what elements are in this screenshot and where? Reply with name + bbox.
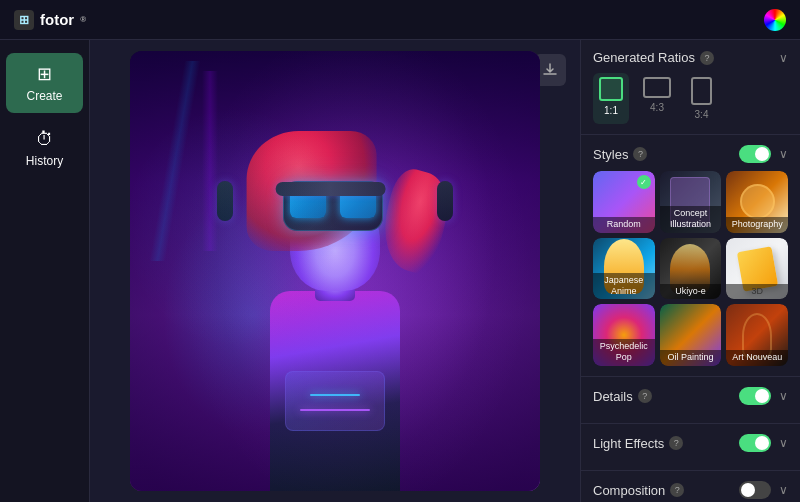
color-wheel-icon[interactable]: [764, 9, 786, 31]
sidebar-item-create[interactable]: ⊞ Create: [6, 53, 83, 113]
style-label-ukiyo: Ukiyo-e: [660, 284, 722, 300]
light-effects-title: Light Effects ?: [593, 436, 683, 451]
sidebar-item-history[interactable]: ⏱ History: [6, 119, 83, 178]
ratio-buttons: 1:1 4:3 3:4: [593, 73, 788, 124]
section-generated-ratios-header: Generated Ratios ? ∨: [593, 50, 788, 65]
composition-header-right: ∨: [739, 481, 788, 499]
composition-toggle[interactable]: [739, 481, 771, 499]
section-composition: Composition ? ∨: [581, 471, 800, 502]
light-effects-chevron[interactable]: ∨: [779, 436, 788, 450]
details-info[interactable]: ?: [638, 389, 652, 403]
generated-image: [130, 51, 540, 491]
history-icon: ⏱: [36, 129, 54, 150]
light-effects-toggle[interactable]: [739, 434, 771, 452]
ratio-btn-3-4[interactable]: 3:4: [685, 73, 718, 124]
logo-text: fotor: [40, 11, 74, 28]
composition-title: Composition ?: [593, 483, 684, 498]
style-item-3d[interactable]: 3D: [726, 238, 788, 300]
style-label-anime: Japanese Anime: [593, 273, 655, 300]
section-light-effects: Light Effects ? ∨: [581, 424, 800, 471]
style-check-random: ✓: [637, 175, 651, 189]
composition-info[interactable]: ?: [670, 483, 684, 497]
main-layout: ⊞ Create ⏱ History: [0, 40, 800, 502]
settings-panel: Generated Ratios ? ∨ 1:1 4:3 3:4: [580, 40, 800, 502]
light-effects-info[interactable]: ?: [669, 436, 683, 450]
section-composition-header: Composition ? ∨: [593, 481, 788, 499]
section-light-effects-header: Light Effects ? ∨: [593, 434, 788, 452]
logo: ⊞ fotor ®: [14, 10, 86, 30]
style-item-oil[interactable]: Oil Painting: [660, 304, 722, 366]
generated-ratios-info[interactable]: ?: [700, 51, 714, 65]
topbar: ⊞ fotor ®: [0, 0, 800, 40]
generated-ratios-chevron[interactable]: ∨: [779, 51, 788, 65]
style-label-3d: 3D: [726, 284, 788, 300]
style-label-psychedelic: Psychedelic Pop: [593, 339, 655, 366]
style-item-concept[interactable]: Concept Illustration: [660, 171, 722, 233]
styles-title: Styles ?: [593, 147, 647, 162]
section-details: Details ? ∨: [581, 377, 800, 424]
style-item-art-nouveau[interactable]: Art Nouveau: [726, 304, 788, 366]
style-item-photography[interactable]: Photography: [726, 171, 788, 233]
style-item-random[interactable]: ✓ Random: [593, 171, 655, 233]
create-icon: ⊞: [37, 63, 52, 85]
details-toggle[interactable]: [739, 387, 771, 405]
style-label-random: Random: [593, 217, 655, 233]
style-label-art-nouveau: Art Nouveau: [726, 350, 788, 366]
style-item-anime[interactable]: Japanese Anime: [593, 238, 655, 300]
ratio-icon-1-1: [599, 77, 623, 101]
canvas-area: [90, 40, 580, 502]
styles-chevron[interactable]: ∨: [779, 147, 788, 161]
section-details-header: Details ? ∨: [593, 387, 788, 405]
light-effects-header-right: ∨: [739, 434, 788, 452]
sidebar: ⊞ Create ⏱ History: [0, 40, 90, 502]
styles-grid: ✓ Random Concept Illustration Photograph…: [593, 171, 788, 366]
style-label-oil: Oil Painting: [660, 350, 722, 366]
style-item-ukiyo[interactable]: Ukiyo-e: [660, 238, 722, 300]
details-title: Details ?: [593, 389, 652, 404]
ratio-btn-1-1[interactable]: 1:1: [593, 73, 629, 124]
generated-ratios-title: Generated Ratios ?: [593, 50, 714, 65]
ratio-icon-3-4: [691, 77, 712, 105]
composition-chevron[interactable]: ∨: [779, 483, 788, 497]
styles-info[interactable]: ?: [633, 147, 647, 161]
sidebar-item-history-label: History: [26, 154, 63, 168]
styles-toggle[interactable]: [739, 145, 771, 163]
ratio-btn-4-3[interactable]: 4:3: [637, 73, 677, 124]
styles-header-right: ∨: [739, 145, 788, 163]
section-styles-header: Styles ? ∨: [593, 145, 788, 163]
style-label-photography: Photography: [726, 217, 788, 233]
section-styles: Styles ? ∨ ✓ Random: [581, 135, 800, 377]
sidebar-item-create-label: Create: [26, 89, 62, 103]
logo-icon: ⊞: [14, 10, 34, 30]
style-item-psychedelic[interactable]: Psychedelic Pop: [593, 304, 655, 366]
ratio-icon-4-3: [643, 77, 671, 98]
style-label-concept: Concept Illustration: [660, 206, 722, 233]
details-header-right: ∨: [739, 387, 788, 405]
details-chevron[interactable]: ∨: [779, 389, 788, 403]
section-generated-ratios: Generated Ratios ? ∨ 1:1 4:3 3:4: [581, 40, 800, 135]
